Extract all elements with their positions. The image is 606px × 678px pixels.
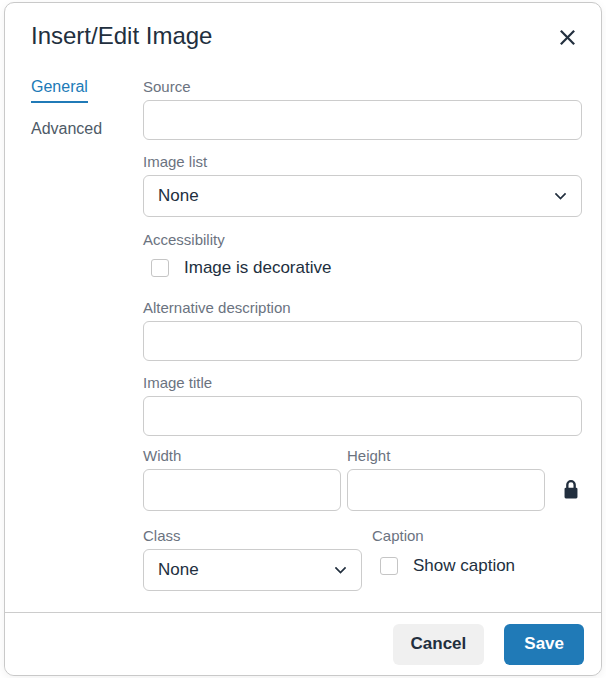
tab-advanced-label: Advanced [31, 119, 102, 143]
image-title-field: Image title [143, 373, 582, 436]
dialog-footer: Cancel Save [5, 612, 601, 675]
accessibility-group: Accessibility Image is decorative [143, 230, 582, 278]
chevron-down-icon [332, 562, 349, 579]
height-label: Height [347, 446, 545, 465]
image-is-decorative-checkbox[interactable] [151, 259, 169, 277]
height-input[interactable] [347, 469, 545, 511]
source-input[interactable] [143, 100, 582, 140]
dialog-body: General Advanced Source Image list None [5, 51, 601, 591]
image-list-label: Image list [143, 152, 582, 171]
class-select[interactable]: None [143, 549, 362, 591]
image-title-label: Image title [143, 373, 582, 392]
dialog-header: Insert/Edit Image [5, 3, 601, 51]
close-button[interactable] [549, 19, 585, 55]
dialog-title: Insert/Edit Image [31, 21, 212, 51]
image-list-selected-value: None [158, 186, 199, 206]
dimensions-row: Width Height [143, 446, 582, 511]
image-list-field: Image list None [143, 152, 582, 217]
close-icon [558, 28, 577, 47]
class-label: Class [143, 526, 362, 545]
width-field: Width [143, 446, 341, 511]
show-caption-label: Show caption [413, 556, 515, 576]
constrain-proportions-button[interactable] [560, 469, 582, 511]
tab-nav: General Advanced [31, 77, 143, 591]
tab-advanced[interactable]: Advanced [31, 119, 143, 143]
lock-icon [562, 479, 580, 501]
decorative-checkbox-row: Image is decorative [143, 258, 582, 278]
general-form: Source Image list None Accessibility Ima… [143, 77, 582, 591]
source-field: Source [143, 77, 582, 140]
show-caption-checkbox-row: Show caption [372, 556, 582, 576]
tab-general[interactable]: General [31, 77, 143, 103]
alt-description-field: Alternative description [143, 298, 582, 361]
caption-group: Caption Show caption [372, 526, 582, 576]
width-label: Width [143, 446, 341, 465]
chevron-down-icon [552, 188, 569, 205]
height-field: Height [347, 446, 545, 511]
image-title-input[interactable] [143, 396, 582, 436]
image-list-select[interactable]: None [143, 175, 582, 217]
width-input[interactable] [143, 469, 341, 511]
show-caption-checkbox[interactable] [380, 557, 398, 575]
alt-description-input[interactable] [143, 321, 582, 361]
tab-general-label: General [31, 77, 88, 103]
save-button[interactable]: Save [504, 624, 584, 665]
constrain-proportions-col [545, 446, 582, 511]
class-selected-value: None [158, 560, 199, 580]
caption-label: Caption [372, 526, 582, 545]
insert-edit-image-dialog: Insert/Edit Image General Advanced Sourc… [4, 2, 602, 676]
source-label: Source [143, 77, 582, 96]
alt-description-label: Alternative description [143, 298, 582, 317]
cancel-button[interactable]: Cancel [393, 624, 485, 665]
accessibility-label: Accessibility [143, 230, 582, 249]
image-is-decorative-label: Image is decorative [184, 258, 331, 278]
class-field: Class None [143, 526, 362, 591]
class-caption-row: Class None Caption Show caption [143, 526, 582, 591]
